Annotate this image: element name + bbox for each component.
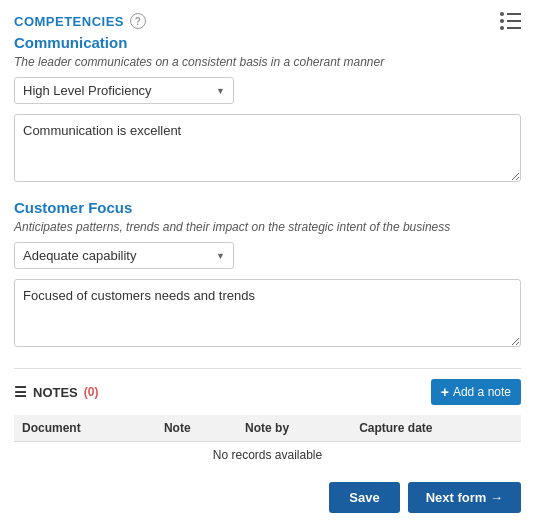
customer-focus-title: Customer Focus xyxy=(14,199,521,216)
col-document: Document xyxy=(14,415,156,442)
notes-title-group: ☰ NOTES (0) xyxy=(14,384,98,400)
col-note-by: Note by xyxy=(237,415,351,442)
communication-title: Communication xyxy=(14,34,521,51)
notes-table: Document Note Note by Capture date No re… xyxy=(14,415,521,468)
customer-focus-description: Anticipates patterns, trends and their i… xyxy=(14,220,521,234)
col-note: Note xyxy=(156,415,237,442)
help-icon[interactable]: ? xyxy=(130,13,146,29)
notes-icon: ☰ xyxy=(14,384,27,400)
save-button[interactable]: Save xyxy=(329,482,399,513)
communication-section: Communication The leader communicates on… xyxy=(14,34,521,199)
list-menu-icon[interactable] xyxy=(500,12,521,30)
competencies-header: COMPETENCIES ? xyxy=(14,13,146,29)
add-note-label: Add a note xyxy=(453,385,511,399)
add-note-button[interactable]: + Add a note xyxy=(431,379,521,405)
add-note-plus-icon: + xyxy=(441,384,449,400)
col-capture-date: Capture date xyxy=(351,415,521,442)
customer-focus-section: Customer Focus Anticipates patterns, tre… xyxy=(14,199,521,364)
footer-actions: Save Next form → xyxy=(14,482,521,513)
communication-proficiency-wrapper[interactable]: High Level Proficiency Adequate capabili… xyxy=(14,77,234,104)
notes-count: (0) xyxy=(84,385,99,399)
no-records-row: No records available xyxy=(14,442,521,469)
notes-section: ☰ NOTES (0) + Add a note Document Note N… xyxy=(14,368,521,468)
no-records-text: No records available xyxy=(14,442,521,469)
communication-textarea[interactable]: Communication is excellent xyxy=(14,114,521,182)
communication-description: The leader communicates on a consistent … xyxy=(14,55,521,69)
customer-focus-proficiency-select[interactable]: High Level Proficiency Adequate capabili… xyxy=(14,242,234,269)
customer-focus-textarea[interactable]: Focused of customers needs and trends xyxy=(14,279,521,347)
communication-proficiency-select[interactable]: High Level Proficiency Adequate capabili… xyxy=(14,77,234,104)
notes-title-text: NOTES xyxy=(33,385,78,400)
competencies-title-text: COMPETENCIES xyxy=(14,14,124,29)
next-form-button[interactable]: Next form → xyxy=(408,482,521,513)
customer-focus-proficiency-wrapper[interactable]: High Level Proficiency Adequate capabili… xyxy=(14,242,234,269)
